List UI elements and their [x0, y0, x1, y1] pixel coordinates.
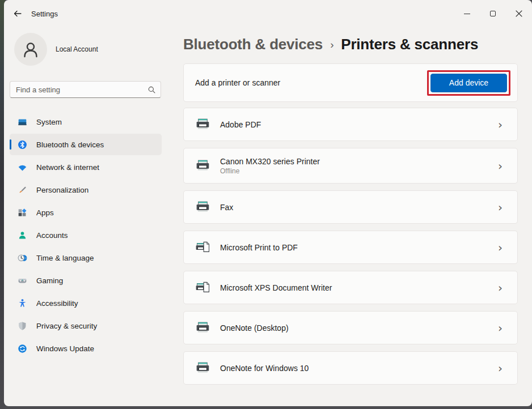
- settings-window: Settings Local Account: [4, 0, 532, 406]
- back-button[interactable]: [9, 5, 27, 23]
- sidebar-item-label: Bluetooth & devices: [36, 140, 104, 149]
- maximize-button[interactable]: [480, 0, 506, 27]
- printer-icon: [195, 201, 210, 214]
- sidebar-item-bluetooth[interactable]: Bluetooth & devices: [10, 134, 162, 155]
- window-controls: [454, 0, 532, 27]
- printer-document-icon: [195, 281, 210, 294]
- gaming-icon: [18, 276, 27, 286]
- person-icon: [21, 40, 40, 59]
- personalization-icon: [18, 185, 27, 195]
- device-row[interactable]: Microsoft XPS Document Writer ›: [183, 271, 518, 304]
- main-content: Bluetooth & devices › Printers & scanner…: [183, 27, 518, 406]
- privacy-icon: [18, 321, 27, 331]
- search-box: [10, 81, 161, 98]
- search-input[interactable]: [16, 86, 147, 94]
- close-button[interactable]: [506, 0, 532, 27]
- sidebar-item-accessibility[interactable]: Accessibility: [10, 292, 162, 314]
- sidebar-item-privacy[interactable]: Privacy & security: [10, 315, 162, 336]
- close-icon: [516, 10, 522, 17]
- sidebar-item-gaming[interactable]: Gaming: [10, 270, 162, 291]
- page-title: Printers & scanners: [341, 36, 478, 53]
- device-name: OneNote (Desktop): [220, 323, 289, 333]
- sidebar-item-time-language[interactable]: Time & language: [10, 247, 162, 269]
- sidebar-item-network[interactable]: Network & internet: [10, 156, 162, 178]
- minimize-button[interactable]: [454, 0, 480, 27]
- sidebar-item-apps[interactable]: Apps: [10, 202, 162, 223]
- chevron-right-icon: ›: [498, 119, 506, 130]
- sidebar-item-label: Gaming: [36, 276, 63, 285]
- maximize-icon: [490, 11, 496, 16]
- account-name: Local Account: [56, 45, 98, 53]
- selected-accent-bar: [10, 139, 11, 150]
- device-name: Adobe PDF: [220, 120, 261, 129]
- chevron-right-icon: ›: [498, 282, 506, 293]
- accounts-icon: [18, 231, 27, 240]
- time-language-icon: [18, 253, 27, 263]
- sidebar-item-accounts[interactable]: Accounts: [10, 224, 162, 246]
- add-device-button[interactable]: Add device: [430, 74, 507, 92]
- device-row[interactable]: Adobe PDF ›: [183, 108, 518, 141]
- device-status: Offline: [220, 167, 320, 175]
- chevron-right-icon: ›: [498, 160, 506, 172]
- device-name: Canon MX320 series Printer: [220, 157, 320, 166]
- add-printer-card: Add a printer or scanner Add device: [183, 63, 518, 102]
- device-row[interactable]: OneNote (Desktop) ›: [183, 311, 518, 344]
- chevron-right-icon: ›: [498, 242, 506, 253]
- avatar: [14, 33, 47, 66]
- sidebar-item-system[interactable]: System: [10, 111, 162, 133]
- sidebar: Local Account System Bluetooth & devices…: [10, 27, 162, 406]
- chevron-right-icon: ›: [498, 202, 506, 213]
- printer-icon: [195, 361, 210, 374]
- printer-icon: [195, 159, 210, 172]
- device-name: OneNote for Windows 10: [220, 364, 309, 373]
- minimize-icon: [464, 14, 470, 14]
- add-printer-label: Add a printer or scanner: [195, 78, 280, 87]
- device-name: Microsoft XPS Document Writer: [220, 283, 332, 292]
- network-icon: [18, 163, 27, 172]
- app-title: Settings: [31, 10, 58, 18]
- printer-icon: [195, 118, 210, 131]
- sidebar-item-label: Accounts: [36, 231, 68, 240]
- sidebar-item-windows-update[interactable]: Windows Update: [10, 338, 162, 359]
- breadcrumb-parent[interactable]: Bluetooth & devices: [183, 36, 323, 53]
- sidebar-item-label: Privacy & security: [36, 322, 97, 330]
- apps-icon: [18, 208, 27, 218]
- accessibility-icon: [18, 299, 27, 308]
- red-highlight-annotation: Add device: [427, 70, 510, 96]
- back-arrow-icon: [13, 9, 22, 18]
- breadcrumb-separator-icon: ›: [330, 39, 333, 51]
- device-row[interactable]: Microsoft Print to PDF ›: [183, 231, 518, 264]
- device-name: Fax: [220, 203, 233, 212]
- device-list: Adobe PDF › Canon MX320 series Printer O…: [183, 108, 518, 385]
- sidebar-item-label: System: [36, 118, 62, 126]
- sidebar-item-label: Apps: [36, 208, 54, 217]
- windows-update-icon: [18, 344, 27, 353]
- printer-document-icon: [195, 241, 210, 254]
- sidebar-item-label: Time & language: [36, 254, 94, 262]
- breadcrumb: Bluetooth & devices › Printers & scanner…: [183, 33, 518, 55]
- bluetooth-icon: [18, 140, 27, 150]
- device-row[interactable]: OneNote for Windows 10 ›: [183, 351, 518, 385]
- sidebar-nav: System Bluetooth & devices Network & int…: [10, 111, 162, 360]
- chevron-right-icon: ›: [498, 322, 506, 334]
- account-row[interactable]: Local Account: [14, 33, 162, 66]
- device-row[interactable]: Canon MX320 series Printer Offline ›: [183, 148, 518, 184]
- sidebar-item-label: Personalization: [36, 186, 88, 194]
- sidebar-item-label: Windows Update: [36, 344, 94, 353]
- search-icon: [147, 86, 156, 94]
- device-name: Microsoft Print to PDF: [220, 243, 298, 252]
- chevron-right-icon: ›: [498, 363, 506, 374]
- printer-icon: [195, 321, 210, 334]
- sidebar-item-label: Network & internet: [36, 163, 99, 172]
- titlebar: Settings: [4, 0, 532, 27]
- sidebar-item-label: Accessibility: [36, 299, 78, 308]
- device-row[interactable]: Fax ›: [183, 190, 518, 224]
- sidebar-item-personalization[interactable]: Personalization: [10, 179, 162, 201]
- system-icon: [18, 117, 27, 127]
